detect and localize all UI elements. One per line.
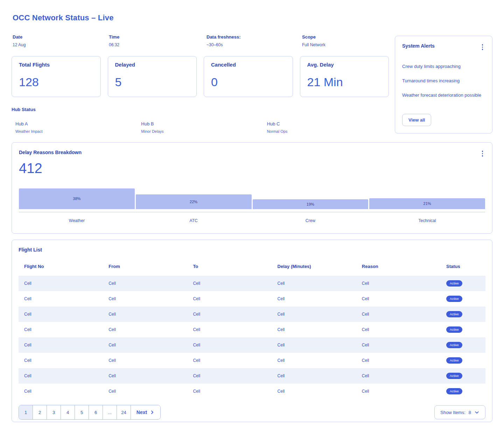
alert-item: Crew duty limits approaching [402,64,485,69]
page-button[interactable]: 6 [89,405,103,419]
flight-table: Flight NoFromToDelay (Minutes)ReasonStat… [19,261,485,399]
left-column: Date12 AugTime06:32Data freshness:~30–60… [12,34,389,133]
bar-category-label: Technical [369,218,485,223]
status-badge: Active [446,326,462,333]
chart-baseline [19,212,485,212]
hub-item: Hub AWeather Impact [12,121,137,133]
kpi-value: 0 [211,75,286,89]
table-cell: Cell [356,373,441,378]
table-cell: Cell [272,389,356,394]
flight-list-card: Flight List Flight NoFromToDelay (Minute… [12,240,492,422]
page-button[interactable]: 4 [61,405,75,419]
delay-card-header: Delay Reasons Breakdown [19,150,485,158]
table-cell: Cell [187,281,272,286]
meta-label: Date [13,34,109,40]
chart-bars: 38%22%19%21% [19,188,485,209]
table-cell: Cell [272,373,356,378]
pagination: 123456...24Next [19,405,161,420]
flight-table-body: CellCellCellCellCellActiveCellCellCellCe… [19,276,485,399]
kpi-row: Total Flights128Delayed5Cancelled0Avg. D… [12,56,389,97]
page-button[interactable]: ... [103,405,117,419]
page-button[interactable]: 2 [33,405,47,419]
hub-status-title: Hub Status [12,107,389,112]
table-cell: Cell [356,343,441,347]
delay-reasons-card: Delay Reasons Breakdown 412 38%22%19%21%… [12,142,492,234]
column-header: To [187,264,272,269]
chart-bar: 21% [369,198,485,209]
table-cell: Cell [19,312,103,317]
table-cell: Cell [19,343,103,347]
bar-value-label: 21% [424,201,431,206]
table-row: CellCellCellCellCellActive [19,291,485,307]
show-items-select[interactable]: Show Items: 8 [434,405,485,419]
table-cell: Cell [272,296,356,301]
next-page-button[interactable]: Next [131,405,160,419]
meta-item: Data freshness:~30–60s [206,34,302,47]
kpi-card: Delayed5 [108,56,197,97]
status-badge: Active [446,296,462,302]
kebab-menu-icon[interactable] [480,43,485,51]
bar-category-label: Weather [19,218,135,223]
column-header: From [103,264,187,269]
meta-label: Time [109,34,206,40]
hub-status-text: Weather Impact [15,129,137,133]
meta-value: ~30–60s [206,42,302,47]
table-cell: Cell [272,358,356,363]
delay-bar-chart: 38%22%19%21% WeatherATCCrewTechnical [19,188,485,223]
page-button[interactable]: 24 [117,405,131,419]
status-badge: Active [446,357,462,364]
table-cell: Cell [103,373,187,378]
table-cell: Cell [187,327,272,332]
chevron-down-icon [474,410,479,415]
page-button[interactable]: 5 [75,405,89,419]
bar-value-label: 22% [190,200,197,204]
kpi-value: 21 Min [307,75,382,89]
page-button[interactable]: 1 [19,405,33,419]
status-badge: Active [446,280,462,287]
meta-value: 12 Aug [13,42,109,47]
table-cell: Cell [272,281,356,286]
kpi-label: Cancelled [211,62,286,68]
hub-item: Hub CNormal Ops [263,121,389,133]
table-cell: Cell [103,327,187,332]
status-cell: Active [441,388,485,394]
bar-category-label: Crew [253,218,369,223]
meta-item: ScopeFull Network [302,34,389,47]
table-cell: Cell [356,327,441,332]
kpi-card: Cancelled0 [204,56,293,97]
kpi-card: Total Flights128 [12,56,101,97]
flight-list-title: Flight List [19,247,485,253]
hub-status-text: Minor Delays [141,129,263,133]
table-cell: Cell [356,312,441,317]
table-cell: Cell [103,358,187,363]
view-all-button[interactable]: View all [402,114,431,126]
table-cell: Cell [19,358,103,363]
page-button[interactable]: 3 [47,405,61,419]
kpi-card: Avg. Delay21 Min [300,56,389,97]
alert-item: Weather forecast deterioration possible [402,92,485,98]
table-cell: Cell [187,296,272,301]
column-header: Reason [356,264,441,269]
meta-value: 06:32 [109,42,206,47]
column-header: Status [441,264,485,269]
table-cell: Cell [187,343,272,347]
hub-item: Hub BMinor Delays [137,121,263,133]
hub-row: Hub AWeather ImpactHub BMinor DelaysHub … [12,121,389,133]
table-row: CellCellCellCellCellActive [19,368,485,384]
next-label: Next [136,409,147,415]
bar-value-label: 38% [73,197,80,201]
occ-dashboard: OCC Network Status – Live Date12 AugTime… [0,0,504,427]
status-cell: Active [441,296,485,302]
meta-item: Date12 Aug [13,34,109,47]
table-cell: Cell [103,343,187,347]
kebab-menu-icon[interactable] [480,150,485,158]
table-cell: Cell [187,373,272,378]
delay-total-value: 412 [19,160,485,176]
status-badge: Active [446,388,462,394]
alert-list: Crew duty limits approachingTurnaround t… [402,55,485,114]
kpi-value: 128 [19,75,93,89]
table-row: CellCellCellCellCellActive [19,322,485,337]
chevron-right-icon [150,410,155,415]
status-cell: Active [441,326,485,333]
table-cell: Cell [356,296,441,301]
